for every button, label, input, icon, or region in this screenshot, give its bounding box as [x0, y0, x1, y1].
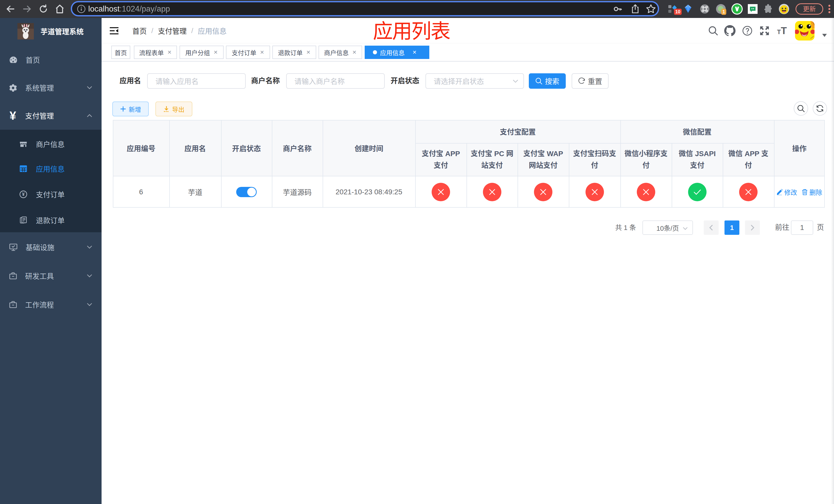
svg-text:¥: ¥: [22, 192, 25, 197]
